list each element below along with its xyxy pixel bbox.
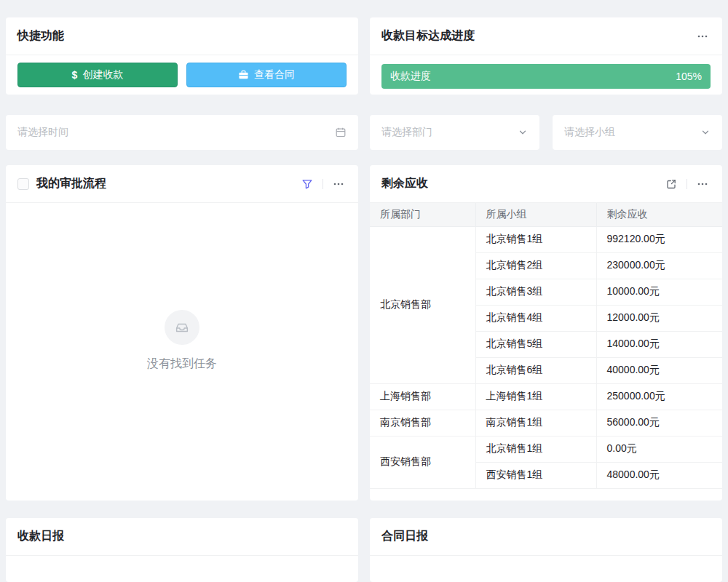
- quick-actions-card: 快捷功能 $ 创建收款 查看合同: [6, 17, 358, 95]
- quick-actions-body: $ 创建收款 查看合同: [6, 55, 358, 95]
- group-cell: 南京销售1组: [475, 410, 596, 436]
- group-cell: 北京销售6组: [475, 357, 596, 383]
- dept-cell: 南京销售部: [370, 410, 475, 436]
- amount-cell: 230000.00元: [596, 252, 722, 279]
- group-cell: 北京销售1组: [475, 436, 596, 462]
- card-title: 剩余应收: [381, 176, 428, 191]
- group-cell: 北京销售1组: [475, 226, 596, 252]
- table-header-row: 所属部门 所属小组 剩余应收: [370, 203, 722, 226]
- table-row: 上海销售部上海销售1组250000.00元: [370, 383, 722, 410]
- create-payment-button[interactable]: $ 创建收款: [17, 63, 178, 87]
- dept-cell: 上海销售部: [370, 383, 475, 410]
- group-cell: 北京销售3组: [475, 279, 596, 305]
- payment-daily-card: 收款日报: [6, 518, 358, 582]
- column-header-group: 所属小组: [475, 203, 596, 226]
- contract-daily-header: 合同日报: [370, 518, 722, 556]
- amount-cell: 250000.00元: [596, 383, 722, 410]
- card-title: 快捷功能: [17, 28, 64, 44]
- progress-label: 收款进度: [390, 70, 431, 83]
- progress-value: 105%: [676, 71, 702, 82]
- quick-actions-header: 快捷功能: [6, 17, 358, 55]
- approval-empty-state: 没有找到任务: [6, 203, 358, 500]
- group-select[interactable]: 请选择小组: [553, 115, 722, 150]
- amount-cell: 0.00元: [596, 436, 722, 462]
- filter-icon[interactable]: [299, 176, 315, 192]
- approval-card: 我的审批流程 没有找到任务: [6, 165, 358, 501]
- progress-bar: 收款进度 105%: [381, 64, 711, 89]
- more-icon[interactable]: [695, 28, 711, 44]
- group-cell: 北京销售5组: [475, 331, 596, 357]
- progress-body: 收款进度 105%: [370, 55, 722, 95]
- amount-cell: 14000.00元: [596, 331, 722, 357]
- contract-daily-card: 合同日报: [370, 518, 722, 582]
- approval-header: 我的审批流程: [6, 165, 358, 203]
- column-header-amount: 剩余应收: [596, 203, 722, 226]
- card-title: 收款日报: [17, 529, 64, 544]
- receivable-header: 剩余应收: [370, 165, 722, 203]
- group-cell: 上海销售1组: [475, 383, 596, 410]
- column-header-dept: 所属部门: [370, 203, 475, 226]
- amount-cell: 992120.00元: [596, 226, 722, 252]
- card-title: 合同日报: [381, 529, 428, 544]
- chevron-down-icon: [518, 127, 528, 137]
- calendar-icon: [335, 127, 347, 138]
- chevron-down-icon: [700, 127, 711, 137]
- dept-select[interactable]: 请选择部门: [370, 115, 539, 150]
- amount-cell: 10000.00元: [596, 279, 722, 305]
- divider: [323, 179, 323, 189]
- more-icon[interactable]: [695, 176, 711, 192]
- receivable-card: 剩余应收 所属部门 所属小组: [370, 165, 722, 501]
- amount-cell: 48000.00元: [596, 462, 722, 488]
- more-icon[interactable]: [331, 176, 347, 192]
- table-row: 南京销售部南京销售1组56000.00元: [370, 410, 722, 436]
- group-cell: 北京销售4组: [475, 305, 596, 331]
- time-placeholder: 请选择时间: [17, 126, 68, 139]
- dept-placeholder: 请选择部门: [381, 126, 432, 139]
- open-icon[interactable]: [663, 176, 679, 192]
- view-contract-label: 查看合同: [254, 68, 295, 81]
- progress-card: 收款目标达成进度 收款进度 105%: [370, 17, 722, 95]
- divider: [687, 179, 687, 189]
- table-row: 北京销售部北京销售1组992120.00元: [370, 226, 722, 252]
- create-payment-label: 创建收款: [82, 68, 123, 81]
- empty-text: 没有找到任务: [147, 356, 217, 372]
- receivable-table: 所属部门 所属小组 剩余应收 北京销售部北京销售1组992120.00元北京销售…: [370, 203, 722, 489]
- group-cell: 西安销售1组: [475, 462, 596, 488]
- approval-checkbox[interactable]: [17, 178, 29, 190]
- group-placeholder: 请选择小组: [564, 126, 615, 139]
- amount-cell: 40000.00元: [596, 357, 722, 383]
- card-title: 收款目标达成进度: [381, 28, 475, 44]
- inbox-icon: [165, 310, 199, 345]
- group-cell: 北京销售2组: [475, 252, 596, 279]
- briefcase-icon: [238, 70, 249, 80]
- dollar-icon: $: [72, 69, 78, 81]
- amount-cell: 12000.00元: [596, 305, 722, 331]
- amount-cell: 56000.00元: [596, 410, 722, 436]
- view-contract-button[interactable]: 查看合同: [186, 63, 347, 87]
- payment-daily-header: 收款日报: [6, 518, 358, 556]
- dashboard-page: 快捷功能 $ 创建收款 查看合同 收款目标达成进度: [0, 0, 728, 582]
- dept-cell: 西安销售部: [370, 436, 475, 488]
- progress-header: 收款目标达成进度: [370, 17, 722, 55]
- time-select[interactable]: 请选择时间: [6, 115, 358, 150]
- table-row: 西安销售部北京销售1组0.00元: [370, 436, 722, 462]
- card-title: 我的审批流程: [36, 176, 106, 191]
- dept-cell: 北京销售部: [370, 226, 475, 383]
